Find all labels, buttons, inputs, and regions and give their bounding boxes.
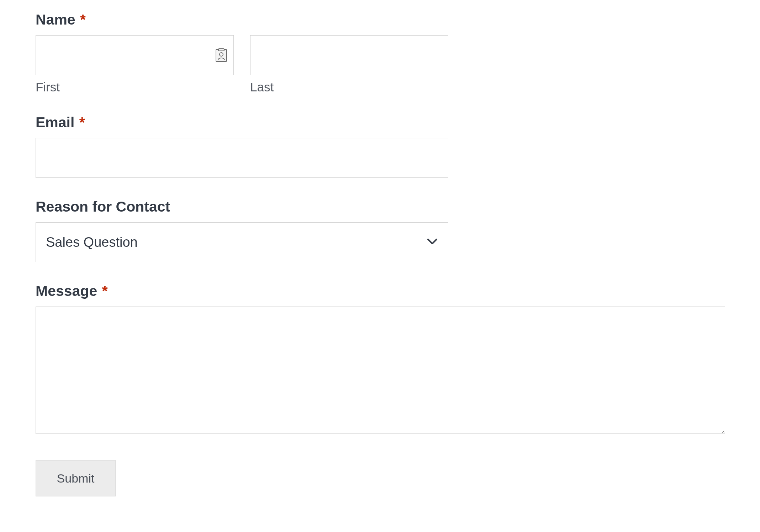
email-required-asterisk: *	[79, 114, 85, 131]
svg-rect-0	[216, 49, 227, 62]
contact-form: Name * First	[0, 0, 760, 518]
reason-select[interactable]: Sales Question	[36, 222, 448, 262]
contact-card-icon	[215, 48, 227, 62]
reason-select-wrap: Sales Question	[36, 222, 448, 262]
email-label-text: Email	[36, 114, 74, 131]
reason-field-group: Reason for Contact Sales Question	[36, 198, 724, 262]
first-name-col: First	[36, 35, 234, 94]
submit-button[interactable]: Submit	[36, 460, 116, 496]
name-row: First Last	[36, 35, 448, 94]
last-name-sublabel: Last	[250, 80, 448, 94]
first-name-input-wrap	[36, 35, 234, 75]
first-name-sublabel: First	[36, 80, 234, 94]
message-textarea[interactable]	[36, 307, 725, 434]
email-label: Email *	[36, 114, 724, 131]
message-label-text: Message	[36, 283, 97, 299]
name-required-asterisk: *	[80, 11, 86, 28]
first-name-input[interactable]	[36, 35, 234, 75]
svg-rect-1	[218, 49, 224, 51]
name-field-group: Name * First	[36, 11, 724, 94]
last-name-input[interactable]	[250, 35, 448, 75]
email-field-group: Email *	[36, 114, 724, 178]
message-label: Message *	[36, 283, 724, 299]
message-required-asterisk: *	[102, 283, 108, 299]
email-input[interactable]	[36, 138, 448, 178]
reason-label: Reason for Contact	[36, 198, 724, 215]
name-label: Name *	[36, 11, 724, 28]
reason-label-text: Reason for Contact	[36, 198, 170, 215]
message-field-group: Message *	[36, 283, 724, 435]
last-name-col: Last	[250, 35, 448, 94]
name-label-text: Name	[36, 11, 75, 28]
